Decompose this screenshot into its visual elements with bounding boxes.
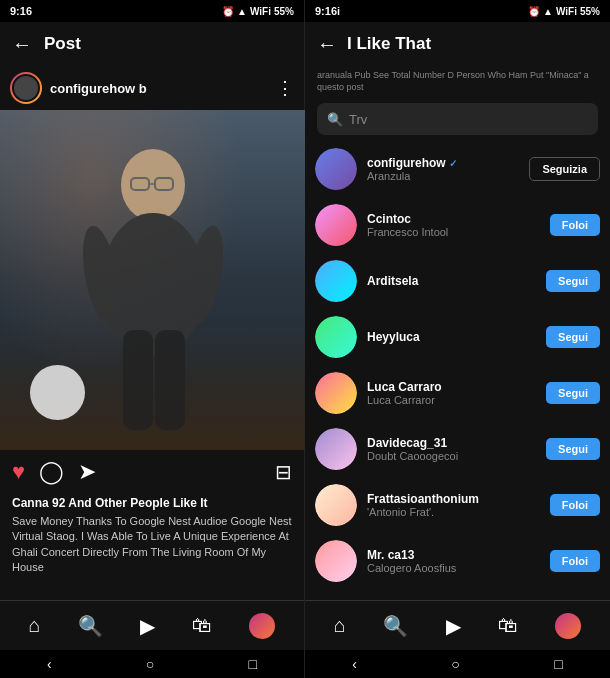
like-avatar[interactable] [315, 316, 357, 358]
like-fullname: Calogero Aoosfius [367, 562, 540, 574]
like-avatar[interactable] [315, 148, 357, 190]
right-page-title: I Like That [347, 34, 431, 54]
sys-back-left[interactable]: ‹ [47, 656, 52, 672]
right-shop-nav-icon[interactable]: 🛍 [498, 614, 518, 637]
follow-button[interactable]: Segui [546, 438, 600, 460]
like-avatar[interactable] [315, 484, 357, 526]
like-info: configurehow ✓Aranzula [367, 156, 519, 182]
right-battery-text: 55% [580, 6, 600, 17]
like-username[interactable]: Davidecag_31 [367, 436, 536, 450]
sys-back-right[interactable]: ‹ [352, 656, 357, 672]
post-avatar-inner [12, 74, 40, 102]
like-username[interactable]: Arditsela [367, 274, 536, 288]
follow-button[interactable]: Foloi [550, 550, 600, 572]
like-avatar[interactable] [315, 204, 357, 246]
reels-nav-icon[interactable]: ▶ [140, 614, 155, 638]
left-back-button[interactable]: ← [12, 33, 32, 56]
follow-button[interactable]: Foloi [550, 214, 600, 236]
profile-nav-icon[interactable] [249, 613, 275, 639]
right-home-nav-icon[interactable]: ⌂ [334, 614, 346, 637]
like-username[interactable]: Luca Carraro [367, 380, 536, 394]
shop-nav-icon[interactable]: 🛍 [192, 614, 212, 637]
svg-rect-3 [123, 330, 153, 430]
post-caption: Canna 92 And Other People Like It Save M… [0, 494, 304, 600]
like-info: CcintocFrancesco Intool [367, 212, 540, 238]
search-icon: 🔍 [327, 112, 343, 127]
list-item: Mr. ca13Calogero AoosfiusFoloi [305, 533, 610, 589]
like-username[interactable]: Mr. ca13 [367, 548, 540, 562]
like-avatar[interactable] [315, 540, 357, 582]
right-status-bar: 9:16i ⏰ ▲ WiFi 55% [305, 0, 610, 22]
left-page-title: Post [44, 34, 81, 54]
like-username[interactable]: Heyyluca [367, 330, 536, 344]
bookmark-button[interactable]: ⊟ [275, 460, 292, 484]
list-item: Davidecag_31Doubt CaooogecoiSegui [305, 421, 610, 477]
follow-button[interactable]: Seguizia [529, 157, 600, 181]
like-info: Davidecag_31Doubt Caooogecoi [367, 436, 536, 462]
left-nav-bar: ← Post [0, 22, 304, 66]
post-image [0, 110, 305, 450]
right-profile-nav-icon[interactable] [555, 613, 581, 639]
left-status-icons: ⏰ ▲ WiFi 55% [222, 6, 294, 17]
battery-text: 55% [274, 6, 294, 17]
follow-button[interactable]: Segui [546, 270, 600, 292]
right-search-nav-icon[interactable]: 🔍 [383, 614, 408, 638]
list-item: configurehow ✓AranzulaSeguizia [305, 141, 610, 197]
like-username[interactable]: Frattasioanthonium [367, 492, 540, 506]
like-fullname: Aranzula [367, 170, 519, 182]
like-avatar[interactable] [315, 260, 357, 302]
likes-count[interactable]: Canna 92 And Other People Like It [12, 496, 292, 510]
post-more-button[interactable]: ⋮ [276, 77, 294, 99]
like-button[interactable]: ♥ [12, 459, 25, 485]
right-alarm-icon: ⏰ [528, 6, 540, 17]
svg-rect-4 [155, 330, 185, 430]
left-bottom-nav: ⌂ 🔍 ▶ 🛍 [0, 600, 304, 650]
follow-button[interactable]: Segui [546, 326, 600, 348]
search-input[interactable]: Trv [349, 112, 367, 127]
left-status-bar: 9:16 ⏰ ▲ WiFi 55% [0, 0, 304, 22]
follow-button[interactable]: Segui [546, 382, 600, 404]
like-info: Luca CarraroLuca Carraror [367, 380, 536, 406]
right-time: 9:16i [315, 5, 340, 17]
verified-badge: ✓ [449, 158, 457, 169]
search-bar[interactable]: 🔍 Trv [317, 103, 598, 135]
right-panel: 9:16i ⏰ ▲ WiFi 55% ← I Like That aranual… [305, 0, 610, 678]
right-back-button[interactable]: ← [317, 33, 337, 56]
like-username[interactable]: Ccintoc [367, 212, 540, 226]
search-nav-icon[interactable]: 🔍 [78, 614, 103, 638]
follow-button[interactable]: Foloi [550, 494, 600, 516]
right-bottom-nav: ⌂ 🔍 ▶ 🛍 [305, 600, 610, 650]
signal-icon: ▲ [237, 6, 247, 17]
like-info: Frattasioanthonium'Antonio Frat'. [367, 492, 540, 518]
like-avatar[interactable] [315, 428, 357, 470]
right-status-icons: ⏰ ▲ WiFi 55% [528, 6, 600, 17]
left-system-nav: ‹ ○ □ [0, 650, 304, 678]
comment-button[interactable]: ◯ [39, 459, 64, 485]
like-info: Mr. ca13Calogero Aoosfius [367, 548, 540, 574]
info-bar: aranuala Pub See Total Number D Person W… [305, 66, 610, 97]
sys-home-left[interactable]: ○ [146, 656, 154, 672]
right-wifi-icon: WiFi [556, 6, 577, 17]
list-item: HeyylucaSegui [305, 309, 610, 365]
like-info: Heyyluca [367, 330, 536, 344]
like-info: Arditsela [367, 274, 536, 288]
sys-recents-right[interactable]: □ [554, 656, 562, 672]
sys-recents-left[interactable]: □ [248, 656, 256, 672]
home-nav-icon[interactable]: ⌂ [29, 614, 41, 637]
list-item: CcintocFrancesco IntoolFoloi [305, 197, 610, 253]
like-avatar[interactable] [315, 372, 357, 414]
list-item: ArditselaSegui [305, 253, 610, 309]
like-username[interactable]: configurehow ✓ [367, 156, 519, 170]
post-actions: ♥ ◯ ➤ ⊟ [0, 450, 304, 494]
right-system-nav: ‹ ○ □ [305, 650, 610, 678]
wifi-icon: WiFi [250, 6, 271, 17]
left-time: 9:16 [10, 5, 32, 17]
list-item: Luca CarraroLuca CarrarorSegui [305, 365, 610, 421]
post-username[interactable]: configurehow b [50, 81, 268, 96]
right-reels-nav-icon[interactable]: ▶ [446, 614, 461, 638]
likes-list: configurehow ✓AranzulaSeguiziaCcintocFra… [305, 141, 610, 600]
post-avatar[interactable] [10, 72, 42, 104]
caption-body: Save Money Thanks To Google Nest Audioe … [12, 514, 292, 576]
sys-home-right[interactable]: ○ [451, 656, 459, 672]
share-button[interactable]: ➤ [78, 459, 96, 485]
